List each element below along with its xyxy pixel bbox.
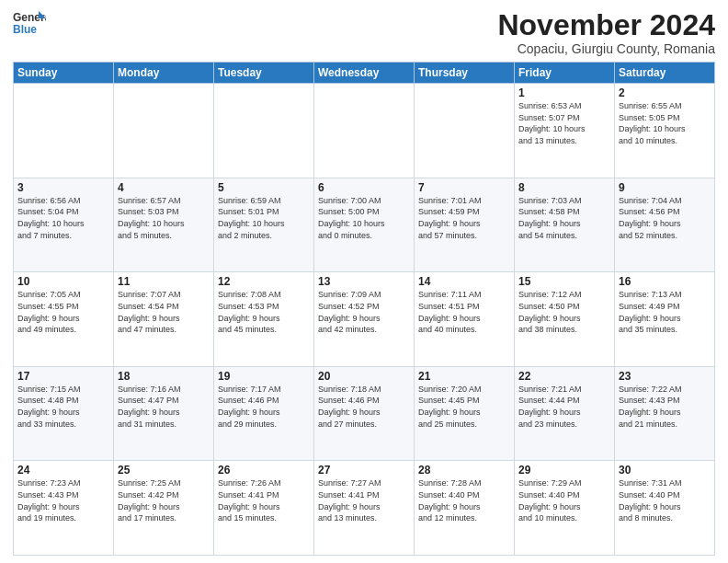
day-number: 26: [218, 464, 310, 477]
cell-w2-d0: 3Sunrise: 6:56 AM Sunset: 5:04 PM Daylig…: [14, 178, 114, 272]
cell-w4-d2: 19Sunrise: 7:17 AM Sunset: 4:46 PM Dayli…: [214, 366, 314, 461]
header-monday: Monday: [114, 63, 214, 84]
day-number: 5: [218, 181, 310, 194]
day-info: Sunrise: 7:20 AM Sunset: 4:45 PM Dayligh…: [418, 384, 510, 430]
header-friday: Friday: [515, 63, 615, 84]
day-info: Sunrise: 7:04 AM Sunset: 4:56 PM Dayligh…: [619, 195, 711, 241]
page: General Blue November 2024 Copaciu, Giur…: [0, 0, 728, 563]
day-info: Sunrise: 7:01 AM Sunset: 4:59 PM Dayligh…: [418, 195, 510, 241]
day-number: 27: [318, 464, 410, 477]
cell-w1-d6: 2Sunrise: 6:55 AM Sunset: 5:05 PM Daylig…: [615, 84, 715, 178]
cell-w3-d4: 14Sunrise: 7:11 AM Sunset: 4:51 PM Dayli…: [415, 272, 515, 367]
cell-w4-d4: 21Sunrise: 7:20 AM Sunset: 4:45 PM Dayli…: [415, 366, 515, 461]
day-info: Sunrise: 7:31 AM Sunset: 4:40 PM Dayligh…: [619, 477, 711, 523]
day-info: Sunrise: 6:53 AM Sunset: 5:07 PM Dayligh…: [518, 100, 610, 146]
header-saturday: Saturday: [615, 63, 715, 84]
day-number: 7: [418, 181, 510, 194]
day-info: Sunrise: 7:25 AM Sunset: 4:42 PM Dayligh…: [118, 477, 210, 523]
day-number: 24: [17, 464, 109, 477]
header: General Blue November 2024 Copaciu, Giur…: [13, 9, 715, 56]
day-number: 9: [619, 181, 711, 194]
cell-w3-d6: 16Sunrise: 7:13 AM Sunset: 4:49 PM Dayli…: [615, 272, 715, 367]
day-number: 18: [118, 370, 210, 383]
logo-icon: General Blue: [13, 9, 46, 37]
cell-w5-d0: 24Sunrise: 7:23 AM Sunset: 4:43 PM Dayli…: [14, 461, 114, 556]
week-row-2: 3Sunrise: 6:56 AM Sunset: 5:04 PM Daylig…: [14, 178, 715, 272]
cell-w1-d2: [214, 84, 314, 178]
cell-w2-d6: 9Sunrise: 7:04 AM Sunset: 4:56 PM Daylig…: [615, 178, 715, 272]
day-info: Sunrise: 7:08 AM Sunset: 4:53 PM Dayligh…: [218, 289, 310, 335]
day-number: 15: [518, 275, 610, 288]
day-number: 12: [218, 275, 310, 288]
cell-w2-d5: 8Sunrise: 7:03 AM Sunset: 4:58 PM Daylig…: [515, 178, 615, 272]
cell-w2-d1: 4Sunrise: 6:57 AM Sunset: 5:03 PM Daylig…: [114, 178, 214, 272]
cell-w2-d2: 5Sunrise: 6:59 AM Sunset: 5:01 PM Daylig…: [214, 178, 314, 272]
day-info: Sunrise: 7:26 AM Sunset: 4:41 PM Dayligh…: [218, 477, 310, 523]
calendar-table: Sunday Monday Tuesday Wednesday Thursday…: [13, 62, 715, 556]
day-number: 11: [118, 275, 210, 288]
day-number: 13: [318, 275, 410, 288]
day-number: 17: [17, 370, 109, 383]
cell-w4-d6: 23Sunrise: 7:22 AM Sunset: 4:43 PM Dayli…: [615, 366, 715, 461]
day-number: 8: [518, 181, 610, 194]
day-info: Sunrise: 7:11 AM Sunset: 4:51 PM Dayligh…: [418, 289, 510, 335]
header-wednesday: Wednesday: [314, 63, 415, 84]
day-info: Sunrise: 7:27 AM Sunset: 4:41 PM Dayligh…: [318, 477, 410, 523]
cell-w1-d3: [314, 84, 415, 178]
svg-text:Blue: Blue: [13, 23, 37, 36]
day-number: 14: [418, 275, 510, 288]
cell-w2-d4: 7Sunrise: 7:01 AM Sunset: 4:59 PM Daylig…: [415, 178, 515, 272]
day-info: Sunrise: 6:59 AM Sunset: 5:01 PM Dayligh…: [218, 195, 310, 241]
header-tuesday: Tuesday: [214, 63, 314, 84]
cell-w2-d3: 6Sunrise: 7:00 AM Sunset: 5:00 PM Daylig…: [314, 178, 415, 272]
day-info: Sunrise: 6:57 AM Sunset: 5:03 PM Dayligh…: [118, 195, 210, 241]
day-number: 29: [518, 464, 610, 477]
week-row-5: 24Sunrise: 7:23 AM Sunset: 4:43 PM Dayli…: [14, 461, 715, 556]
day-number: 30: [619, 464, 711, 477]
cell-w4-d5: 22Sunrise: 7:21 AM Sunset: 4:44 PM Dayli…: [515, 366, 615, 461]
day-info: Sunrise: 7:16 AM Sunset: 4:47 PM Dayligh…: [118, 384, 210, 430]
day-info: Sunrise: 7:12 AM Sunset: 4:50 PM Dayligh…: [518, 289, 610, 335]
day-info: Sunrise: 7:00 AM Sunset: 5:00 PM Dayligh…: [318, 195, 410, 241]
day-info: Sunrise: 6:56 AM Sunset: 5:04 PM Dayligh…: [17, 195, 109, 241]
cell-w5-d1: 25Sunrise: 7:25 AM Sunset: 4:42 PM Dayli…: [114, 461, 214, 556]
header-sunday: Sunday: [14, 63, 114, 84]
calendar-body: 1Sunrise: 6:53 AM Sunset: 5:07 PM Daylig…: [14, 84, 715, 556]
cell-w3-d3: 13Sunrise: 7:09 AM Sunset: 4:52 PM Dayli…: [314, 272, 415, 367]
day-info: Sunrise: 7:09 AM Sunset: 4:52 PM Dayligh…: [318, 289, 410, 335]
day-number: 6: [318, 181, 410, 194]
day-number: 16: [619, 275, 711, 288]
week-row-1: 1Sunrise: 6:53 AM Sunset: 5:07 PM Daylig…: [14, 84, 715, 178]
day-number: 20: [318, 370, 410, 383]
cell-w3-d1: 11Sunrise: 7:07 AM Sunset: 4:54 PM Dayli…: [114, 272, 214, 367]
day-info: Sunrise: 7:28 AM Sunset: 4:40 PM Dayligh…: [418, 477, 510, 523]
day-info: Sunrise: 7:13 AM Sunset: 4:49 PM Dayligh…: [619, 289, 711, 335]
day-number: 28: [418, 464, 510, 477]
cell-w4-d0: 17Sunrise: 7:15 AM Sunset: 4:48 PM Dayli…: [14, 366, 114, 461]
day-info: Sunrise: 7:22 AM Sunset: 4:43 PM Dayligh…: [619, 384, 711, 430]
cell-w5-d4: 28Sunrise: 7:28 AM Sunset: 4:40 PM Dayli…: [415, 461, 515, 556]
day-number: 3: [17, 181, 109, 194]
cell-w3-d2: 12Sunrise: 7:08 AM Sunset: 4:53 PM Dayli…: [214, 272, 314, 367]
day-info: Sunrise: 7:18 AM Sunset: 4:46 PM Dayligh…: [318, 384, 410, 430]
cell-w3-d0: 10Sunrise: 7:05 AM Sunset: 4:55 PM Dayli…: [14, 272, 114, 367]
cell-w5-d2: 26Sunrise: 7:26 AM Sunset: 4:41 PM Dayli…: [214, 461, 314, 556]
day-number: 21: [418, 370, 510, 383]
day-number: 25: [118, 464, 210, 477]
cell-w1-d1: [114, 84, 214, 178]
day-number: 23: [619, 370, 711, 383]
calendar-title: November 2024: [497, 9, 715, 41]
day-info: Sunrise: 7:23 AM Sunset: 4:43 PM Dayligh…: [17, 477, 109, 523]
day-number: 2: [619, 86, 711, 99]
cell-w4-d3: 20Sunrise: 7:18 AM Sunset: 4:46 PM Dayli…: [314, 366, 415, 461]
day-info: Sunrise: 7:21 AM Sunset: 4:44 PM Dayligh…: [518, 384, 610, 430]
logo: General Blue: [13, 9, 46, 37]
header-thursday: Thursday: [415, 63, 515, 84]
day-info: Sunrise: 7:15 AM Sunset: 4:48 PM Dayligh…: [17, 384, 109, 430]
cell-w1-d0: [14, 84, 114, 178]
day-number: 10: [17, 275, 109, 288]
weekday-header-row: Sunday Monday Tuesday Wednesday Thursday…: [14, 63, 715, 84]
week-row-3: 10Sunrise: 7:05 AM Sunset: 4:55 PM Dayli…: [14, 272, 715, 367]
cell-w5-d5: 29Sunrise: 7:29 AM Sunset: 4:40 PM Dayli…: [515, 461, 615, 556]
cell-w3-d5: 15Sunrise: 7:12 AM Sunset: 4:50 PM Dayli…: [515, 272, 615, 367]
